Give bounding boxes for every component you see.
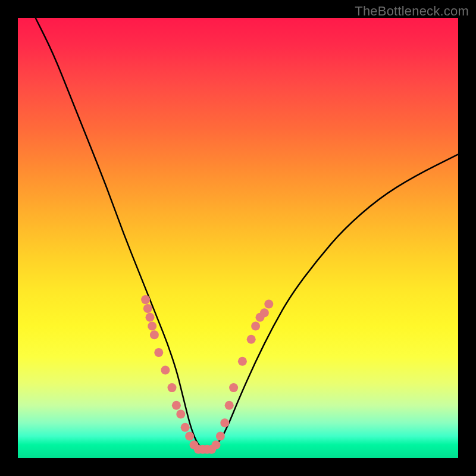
marker-dot [181,423,190,432]
watermark-text: TheBottleneck.com [355,4,469,19]
marker-dot [146,313,155,322]
marker-dot [225,401,234,410]
marker-dot [185,432,194,441]
marker-dot [172,401,181,410]
marker-dot [176,410,185,419]
marker-dot [150,330,159,339]
marker-dot [216,432,225,441]
chart-svg [18,18,458,458]
marker-dot [229,383,238,392]
outer-frame: TheBottleneck.com [0,0,476,476]
marker-dot [161,366,170,375]
marker-dot [247,335,256,344]
marker-dot [168,383,177,392]
marker-dot [238,357,247,366]
bottleneck-curve [36,18,458,449]
marker-dot [154,348,163,357]
marker-dot [264,300,273,309]
marker-dot [143,304,152,313]
marker-dot [220,418,229,427]
marker-dot [212,440,221,449]
marker-dot [141,295,150,304]
marker-dot [148,322,156,331]
marker-dot [251,322,260,331]
marker-dots [141,295,273,454]
marker-dot [260,308,269,317]
plot-area [18,18,458,458]
